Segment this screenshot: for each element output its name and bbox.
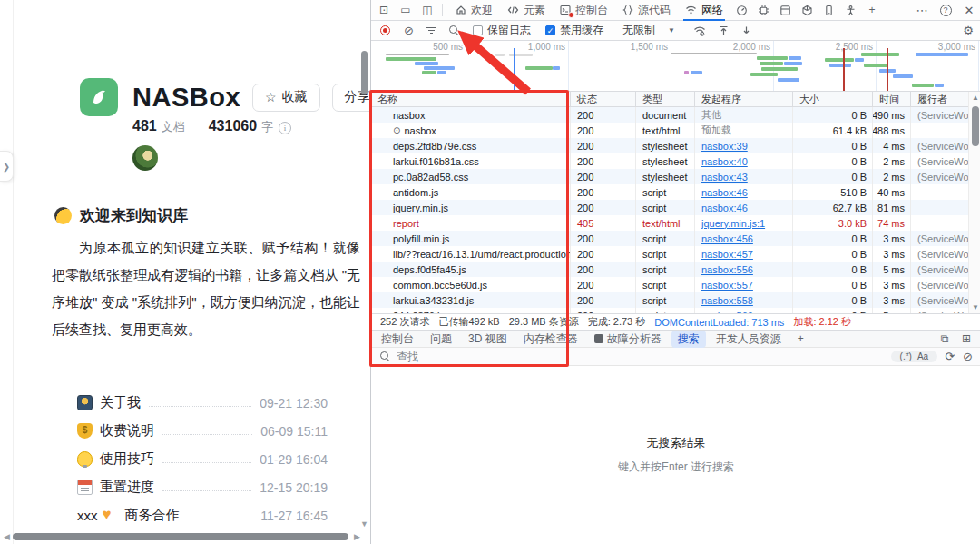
initiator-link[interactable]: nasbox:557 [701, 280, 753, 291]
page-vertical-scrollbar-thumb[interactable] [361, 51, 368, 94]
performance-icon[interactable] [730, 0, 752, 21]
article-date: 11-27 16:45 [260, 509, 328, 523]
network-request-row[interactable]: ⊙nasbox200text/html预加载61.4 kB488 ms [371, 123, 980, 138]
network-request-row[interactable]: deps.f0d5fa45.js200scriptnasbox:5560 B5 … [371, 262, 980, 277]
import-har-icon[interactable] [719, 25, 729, 36]
scroll-up-arrow[interactable]: ▲ [969, 94, 980, 102]
network-request-row[interactable]: lib/??react/16.13.1/umd/react.production… [371, 246, 980, 262]
close-devtools-icon[interactable]: ✕ [960, 2, 978, 18]
network-request-row[interactable]: deps.2fd8b79e.css200stylesheetnasbox:390… [371, 138, 980, 153]
code-icon [507, 5, 519, 15]
drawer-tab-more[interactable]: + [791, 331, 810, 346]
disable-cache-checkbox[interactable]: ✓ 禁用缓存 [545, 23, 603, 38]
page-horizontal-scrollbar-thumb[interactable] [13, 533, 348, 540]
initiator-link[interactable]: nasbox:39 [701, 141, 748, 152]
customize-devtools-icon[interactable]: ⋯ [913, 2, 931, 18]
article-link[interactable]: 收费说明 [100, 422, 154, 440]
filter-icon[interactable] [426, 25, 436, 35]
network-request-row[interactable]: larkui.f016b81a.css200stylesheetnasbox:4… [371, 153, 980, 169]
network-settings-gear-icon[interactable]: ⚙ [963, 24, 974, 37]
network-request-row[interactable]: nasbox200document其他0 B490 ms(ServiceWo..… [371, 107, 980, 123]
memory-icon[interactable] [752, 0, 774, 21]
tab-welcome[interactable]: 欢迎 [448, 0, 500, 21]
scroll-down-arrow[interactable]: ▼ [969, 303, 980, 312]
3d-view-icon[interactable] [796, 0, 818, 21]
column-header-名称[interactable]: 名称 [371, 92, 571, 106]
column-header-类型[interactable]: 类型 [636, 92, 695, 106]
table-scrollbar-thumb[interactable] [972, 106, 979, 146]
drawer-tab-问题[interactable]: 问题 [424, 331, 458, 348]
column-header-发起程序[interactable]: 发起程序 [695, 92, 793, 106]
article-link[interactable]: 商务合作 [125, 507, 180, 524]
network-request-row[interactable]: report405text/htmljquery.min.js:13.0 kB7… [371, 215, 980, 231]
column-header-履行者[interactable]: 履行者 [911, 92, 968, 106]
drawer-tab-故障分析器[interactable]: 故障分析器 [588, 331, 668, 348]
expand-drawer-icon[interactable]: ⊞ [957, 331, 975, 347]
article-link[interactable]: 关于我 [100, 394, 141, 411]
avatar[interactable] [132, 145, 158, 171]
inspect-icon[interactable]: ⊡ [375, 2, 393, 18]
initiator-link[interactable]: nasbox:456 [701, 233, 753, 244]
request-name: lib/??react/16.13.1/umd/react.production… [393, 249, 571, 260]
drawer-tab-控制台[interactable]: 控制台 [375, 331, 420, 348]
initiator-link[interactable]: nasbox:46 [701, 203, 748, 213]
page-scroll-down-arrow[interactable]: ▼ [359, 519, 369, 529]
initiator-link[interactable]: jquery.min.js:1 [701, 218, 765, 229]
ruler-label: 1,000 ms [528, 42, 568, 52]
column-header-状态[interactable]: 状态 [571, 92, 636, 106]
throttling-dropdown[interactable]: 无限制▼ [616, 21, 681, 40]
network-request-row[interactable]: polyfill.min.js200scriptnasbox:4560 B3 m… [371, 231, 980, 246]
info-icon[interactable]: i [279, 122, 291, 134]
tab-console[interactable]: 控制台 [553, 0, 615, 21]
initiator-link[interactable]: nasbox:43 [701, 172, 748, 183]
search-network-icon[interactable] [449, 25, 459, 35]
favorite-button[interactable]: ☆ 收藏 [252, 84, 320, 112]
tab-elements[interactable]: 元素 [500, 0, 553, 21]
tab-network[interactable]: 网络 [678, 0, 730, 21]
network-overview-waterfall[interactable]: 500 ms1,000 ms1,500 ms2,000 ms2,500 ms3,… [371, 41, 980, 92]
export-har-icon[interactable] [741, 25, 751, 36]
page-scroll-left-arrow[interactable]: ◀ [2, 531, 12, 542]
tab-sources[interactable]: 源代码 [615, 0, 678, 21]
more-tools-plus-icon[interactable]: + [861, 0, 883, 21]
device-toolbar-icon[interactable]: ▭ [397, 2, 415, 18]
initiator-link[interactable]: nasbox:558 [701, 295, 753, 306]
dock-drawer-icon[interactable]: ⧉ [936, 331, 954, 347]
drawer-tab-搜索[interactable]: 搜索 [671, 331, 706, 348]
regex-toggle[interactable]: (.*) [900, 351, 912, 361]
record-network-log-icon[interactable] [380, 25, 390, 35]
network-request-row[interactable]: larkui.a343231d.js200scriptnasbox:5580 B… [371, 292, 980, 308]
column-header-时间[interactable]: 时间 [873, 92, 911, 106]
network-request-row[interactable]: antidom.js200scriptnasbox:46510 B40 ms [371, 184, 980, 200]
sidebar-expand-button[interactable]: ❯ [0, 151, 14, 182]
article-link[interactable]: 重置进度 [100, 479, 154, 496]
initiator-link[interactable]: nasbox:556 [701, 264, 753, 275]
network-conditions-icon[interactable] [693, 25, 706, 36]
request-status-cell: 200 [571, 169, 636, 184]
device-emulation-icon[interactable] [818, 0, 839, 21]
drawer-tab-内存检查器[interactable]: 内存检查器 [517, 331, 584, 348]
initiator-link[interactable]: nasbox:40 [701, 156, 748, 167]
dock-side-icon[interactable]: ◫ [418, 2, 436, 18]
column-header-大小[interactable]: 大小 [793, 92, 873, 106]
drawer-tab-开发人员资源[interactable]: 开发人员资源 [710, 331, 788, 348]
waterfall-bar [861, 53, 899, 56]
search-input[interactable] [397, 351, 669, 363]
application-icon[interactable] [774, 0, 796, 21]
request-time-cell: 2 ms [873, 153, 911, 169]
match-case-toggle[interactable]: Aa [917, 351, 928, 361]
page-scroll-right-arrow[interactable]: ▶ [352, 531, 362, 542]
network-request-row[interactable]: jquery.min.js200scriptnasbox:4662.7 kB81… [371, 200, 980, 215]
help-icon[interactable]: ? [936, 2, 955, 18]
article-link[interactable]: 使用技巧 [100, 450, 154, 468]
network-request-row[interactable]: pc.0a82ad58.css200stylesheetnasbox:430 B… [371, 169, 980, 184]
initiator-link[interactable]: nasbox:46 [701, 187, 748, 198]
clear-network-log-icon[interactable]: ⊘ [404, 24, 414, 37]
accessibility-icon[interactable] [839, 0, 861, 21]
drawer-tab-3D 视图[interactable]: 3D 视图 [462, 331, 514, 348]
clear-search-icon[interactable]: ⊘ [963, 350, 973, 363]
network-request-row[interactable]: common.bcc5e60d.js200scriptnasbox:5570 B… [371, 277, 980, 292]
initiator-link[interactable]: nasbox:457 [701, 249, 753, 260]
refresh-search-icon[interactable]: ⟳ [945, 350, 955, 363]
preserve-log-checkbox[interactable]: 保留日志 [473, 23, 531, 38]
